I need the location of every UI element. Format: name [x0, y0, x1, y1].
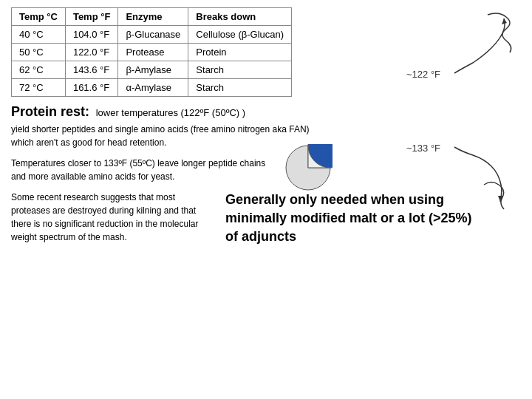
table-cell: 143.6 °F — [65, 61, 117, 79]
table-cell: 104.0 °F — [65, 26, 117, 44]
table-cell: Starch — [188, 61, 292, 79]
table-row: 50 °C122.0 °FProteaseProtein — [12, 44, 292, 61]
table-cell: 50 °C — [12, 44, 66, 61]
table-cell: α-Amylase — [118, 79, 188, 97]
protein-rest-section: Protein rest: lower temperatures (122ºF … — [11, 104, 321, 149]
table-cell: Protease — [118, 44, 188, 61]
table-header-cell: Temp °C — [12, 8, 66, 26]
table-cell: 40 °C — [12, 26, 66, 44]
table-row: 40 °C104.0 °Fβ-GlucanaseCellulose (β-Glu… — [12, 26, 292, 44]
pie-chart — [284, 144, 332, 192]
table-row: 62 °C143.6 °Fβ-AmylaseStarch — [12, 61, 292, 79]
table-cell: Cellulose (β-Glucan) — [188, 26, 292, 44]
bottom-left-text: Some recent research suggests that most … — [11, 191, 211, 244]
temp-label-122: ~122 °F — [406, 69, 440, 80]
diagram-svg: ~122 °F ~133 °F — [369, 4, 528, 218]
table-cell: 122.0 °F — [65, 44, 117, 61]
table-cell: 161.6 °F — [65, 79, 117, 97]
table-cell: Protein — [188, 44, 292, 61]
table-cell: 72 °C — [12, 79, 66, 97]
protein-rest-body: yield shorter peptides and single amino … — [11, 123, 321, 149]
table-cell: β-Glucanase — [118, 26, 188, 44]
table-cell: Starch — [188, 79, 292, 97]
temp-label-133: ~133 °F — [406, 143, 440, 154]
table-row: 72 °C161.6 °Fα-AmylaseStarch — [12, 79, 292, 97]
table-cell: 62 °C — [12, 61, 66, 79]
svg-marker-0 — [502, 18, 507, 24]
temp-note: Temperatures closer to 133ºF (55ºC) leav… — [11, 157, 270, 183]
table-header-cell: Enzyme — [118, 8, 188, 26]
table-header-cell: Temp °F — [65, 8, 117, 26]
table-cell: β-Amylase — [118, 61, 188, 79]
enzyme-table: Temp °CTemp °FEnzymeBreaks down40 °C104.… — [11, 7, 292, 97]
table-header-cell: Breaks down — [188, 8, 292, 26]
protein-rest-title: Protein rest: — [11, 104, 89, 119]
protein-rest-subtitle: lower temperatures (122ºF (50ºC) ) — [96, 107, 245, 118]
